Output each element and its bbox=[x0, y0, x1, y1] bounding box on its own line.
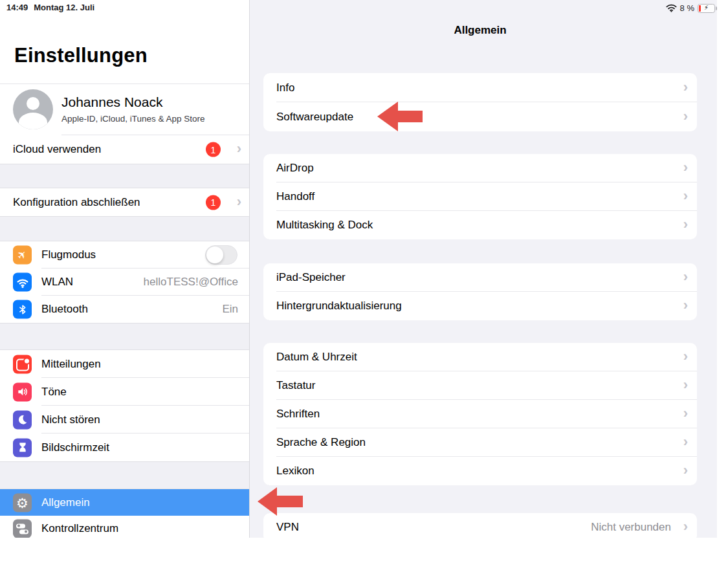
settings-card: iPad-Speicher › Hintergrundaktualisierun… bbox=[263, 263, 697, 320]
general-detail-panel: 8 % ⚡ Allgemein Info › Softwareupdate › bbox=[250, 0, 717, 538]
airplane-mode-toggle[interactable] bbox=[205, 245, 237, 265]
profile-group: Johannes Noack Apple-ID, iCloud, iTunes … bbox=[0, 83, 249, 164]
bluetooth-icon bbox=[13, 300, 32, 319]
row-label: Bildschirmzeit bbox=[41, 441, 109, 454]
row-label: WLAN bbox=[41, 276, 73, 289]
row-hintergrundaktualisierung[interactable]: Hintergrundaktualisierung › bbox=[263, 292, 697, 320]
settings-sidebar: 14:49Montag 12. Juli Einstellungen Johan… bbox=[0, 0, 249, 538]
sounds-icon bbox=[13, 382, 32, 401]
row-label: Bluetooth bbox=[41, 303, 88, 316]
row-label: Sprache & Region bbox=[276, 436, 366, 449]
wifi-icon bbox=[13, 273, 32, 292]
control-center-icon bbox=[13, 520, 32, 538]
row-label: Schriften bbox=[276, 408, 320, 421]
row-datum-uhrzeit[interactable]: Datum & Uhrzeit › bbox=[263, 343, 697, 371]
sidebar-item-bluetooth[interactable]: Bluetooth Ein bbox=[0, 296, 249, 323]
sidebar-item-flugmodus[interactable]: ✈ Flugmodus bbox=[0, 241, 249, 269]
nav-group: ⚙ Allgemein Kontrollzentrum bbox=[0, 489, 249, 538]
sidebar-item-kontrollzentrum[interactable]: Kontrollzentrum bbox=[0, 516, 249, 538]
sidebar-item-toene[interactable]: Töne bbox=[0, 378, 249, 406]
row-label: Multitasking & Dock bbox=[276, 219, 373, 232]
chevron-right-icon: › bbox=[683, 348, 688, 365]
row-label: Lexikon bbox=[276, 465, 314, 478]
group-gap bbox=[0, 216, 249, 241]
settings-card: Info › Softwareupdate › bbox=[263, 73, 697, 131]
chevron-right-icon: › bbox=[237, 140, 241, 157]
notifications-icon bbox=[13, 355, 32, 373]
chevron-right-icon: › bbox=[683, 78, 688, 95]
sidebar-item-bildschirmzeit[interactable]: Bildschirmzeit bbox=[0, 434, 249, 461]
annotation-arrow-allgemein bbox=[258, 487, 303, 516]
group-gap bbox=[0, 461, 249, 489]
group-gap bbox=[0, 164, 249, 188]
row-label: Hintergrundaktualisierung bbox=[276, 300, 402, 313]
row-label: Handoff bbox=[276, 190, 314, 203]
row-lexikon[interactable]: Lexikon › bbox=[263, 457, 697, 485]
sidebar-item-allgemein[interactable]: ⚙ Allgemein bbox=[0, 489, 249, 516]
chevron-right-icon: › bbox=[683, 405, 688, 422]
chevron-right-icon: › bbox=[683, 188, 688, 204]
row-label: iPad-Speicher bbox=[276, 271, 346, 284]
row-schriften[interactable]: Schriften › bbox=[263, 400, 697, 428]
row-airdrop[interactable]: AirDrop › bbox=[263, 154, 697, 182]
row-label: Töne bbox=[41, 386, 67, 399]
sidebar-item-mitteilungen[interactable]: Mitteilungen bbox=[0, 350, 249, 378]
chevron-right-icon: › bbox=[683, 216, 688, 233]
row-sprache-region[interactable]: Sprache & Region › bbox=[263, 428, 697, 457]
row-label: Softwareupdate bbox=[276, 111, 353, 124]
status-time: 14:49 bbox=[6, 3, 28, 12]
battery-percent-label: 8 % bbox=[680, 3, 694, 13]
apple-id-profile-row[interactable]: Johannes Noack Apple-ID, iCloud, iTunes … bbox=[0, 84, 249, 135]
row-info[interactable]: Info › bbox=[263, 73, 697, 102]
annotation-arrow-softwareupdate bbox=[377, 102, 423, 131]
status-bar-left: 14:49Montag 12. Juli bbox=[6, 3, 94, 12]
row-label: Info bbox=[276, 82, 294, 94]
wifi-network-value: helloTESS!@Office bbox=[144, 276, 238, 289]
chevron-right-icon: › bbox=[683, 159, 688, 176]
chevron-right-icon: › bbox=[683, 434, 688, 450]
settings-app-window: 14:49Montag 12. Juli Einstellungen Johan… bbox=[0, 0, 717, 538]
sidebar-item-icloud-verwenden[interactable]: iCloud verwenden 1 › bbox=[0, 135, 249, 164]
row-handoff[interactable]: Handoff › bbox=[263, 182, 697, 211]
row-label: Mitteilungen bbox=[41, 358, 101, 371]
chevron-right-icon: › bbox=[683, 297, 688, 314]
sidebar-item-wlan[interactable]: WLAN helloTESS!@Office bbox=[0, 269, 249, 296]
notification-badge: 1 bbox=[206, 142, 221, 157]
row-ipad-speicher[interactable]: iPad-Speicher › bbox=[263, 263, 697, 292]
profile-name: Johannes Noack bbox=[61, 94, 162, 110]
row-label: AirDrop bbox=[276, 162, 314, 175]
avatar bbox=[13, 89, 53, 129]
row-vpn[interactable]: VPN Nicht verbunden › bbox=[263, 513, 697, 538]
row-label: Flugmodus bbox=[41, 248, 96, 261]
chevron-right-icon: › bbox=[683, 269, 688, 285]
row-tastatur[interactable]: Tastatur › bbox=[263, 371, 697, 400]
do-not-disturb-icon bbox=[13, 410, 32, 429]
status-bar-right: 8 % ⚡ bbox=[666, 3, 715, 13]
vpn-status-value: Nicht verbunden bbox=[591, 521, 671, 534]
row-label: VPN bbox=[276, 521, 299, 534]
row-softwareupdate[interactable]: Softwareupdate › bbox=[263, 102, 697, 131]
row-label: Konfiguration abschließen bbox=[13, 196, 140, 209]
screen-time-icon bbox=[13, 438, 32, 457]
settings-card: AirDrop › Handoff › Multitasking & Dock … bbox=[263, 154, 697, 239]
row-label: Nicht stören bbox=[41, 413, 100, 426]
settings-card: Datum & Uhrzeit › Tastatur › Schriften ›… bbox=[263, 343, 697, 485]
row-label: Tastatur bbox=[276, 379, 315, 392]
status-date: Montag 12. Juli bbox=[34, 3, 94, 12]
sidebar-item-konfiguration-abschliessen[interactable]: Konfiguration abschließen 1 › bbox=[0, 188, 249, 216]
sidebar-item-nicht-stoeren[interactable]: Nicht stören bbox=[0, 406, 249, 434]
chevron-right-icon: › bbox=[683, 107, 688, 124]
bluetooth-state-value: Ein bbox=[222, 303, 238, 316]
row-label: Allgemein bbox=[41, 496, 90, 509]
row-label: Kontrollzentrum bbox=[41, 522, 118, 535]
chevron-right-icon: › bbox=[237, 193, 241, 210]
row-label: iCloud verwenden bbox=[13, 143, 101, 156]
notification-badge: 1 bbox=[206, 195, 221, 210]
battery-charging-icon: ⚡ bbox=[698, 4, 715, 13]
apps-group: Mitteilungen Töne Nicht stören bbox=[0, 350, 249, 461]
chevron-right-icon: › bbox=[683, 462, 688, 479]
settings-card: VPN Nicht verbunden › bbox=[263, 513, 697, 538]
general-gear-icon: ⚙ bbox=[13, 493, 32, 512]
row-label: Datum & Uhrzeit bbox=[276, 351, 357, 364]
row-multitasking-dock[interactable]: Multitasking & Dock › bbox=[263, 211, 697, 239]
